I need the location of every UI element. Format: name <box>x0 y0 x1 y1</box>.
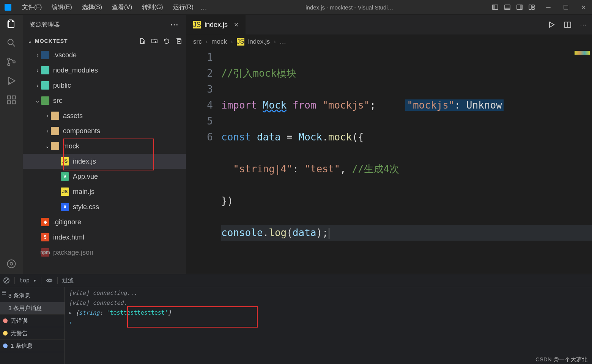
remote-icon[interactable] <box>6 258 17 269</box>
breadcrumb[interactable]: src› mock› JS index.js› … <box>186 35 592 49</box>
collapse-all-icon[interactable] <box>175 38 182 44</box>
file-icon <box>41 51 49 59</box>
status-dot <box>3 331 8 336</box>
tree-row[interactable]: VApp.vue <box>23 169 186 184</box>
explorer-header: 资源管理器 ⋯ <box>23 15 186 35</box>
tree-row[interactable]: 5index.html <box>23 230 186 245</box>
file-icon: JS <box>61 157 69 165</box>
code-editor[interactable]: 123456 //引入mock模块 import Mock from "mock… <box>186 49 592 274</box>
run-debug-icon[interactable] <box>6 76 17 86</box>
chevron-icon: ⌄ <box>44 143 51 149</box>
breadcrumb-item[interactable]: … <box>280 38 286 46</box>
minimize-button[interactable]: ─ <box>540 0 557 14</box>
layout-custom-icon[interactable] <box>528 4 535 11</box>
svg-rect-15 <box>8 101 11 104</box>
menu-overflow[interactable]: … <box>200 3 207 11</box>
devtools-filter-row[interactable]: 3 条消息 <box>0 290 65 302</box>
tree-row[interactable]: ⌄src <box>23 93 186 108</box>
extensions-icon[interactable] <box>6 95 17 105</box>
window-controls: ─ ☐ ✕ <box>540 0 592 14</box>
devtools-filter-row[interactable]: 无错误 <box>0 315 65 327</box>
svg-rect-8 <box>532 8 534 9</box>
tree-row[interactable]: ›node_modules <box>23 63 186 78</box>
file-icon <box>51 127 59 135</box>
run-file-icon[interactable] <box>548 21 556 28</box>
credit-text: CSDN @一个大萝北 <box>535 356 587 363</box>
eye-icon[interactable] <box>46 277 53 284</box>
new-folder-icon[interactable] <box>151 38 158 44</box>
layout-primary-icon[interactable] <box>492 4 499 11</box>
breadcrumb-item[interactable]: mock <box>211 38 227 46</box>
editor-area: JS index.js ✕ ⋯ src› mock› JS index.js› … <box>186 15 592 274</box>
svg-rect-14 <box>8 96 11 99</box>
tree-row[interactable]: JSindex.js <box>23 154 186 169</box>
svg-point-12 <box>13 61 15 63</box>
split-editor-icon[interactable] <box>564 21 572 28</box>
main-menu: 文件(F)编辑(E)选择(S)查看(V)转到(G)运行(R) <box>17 2 198 13</box>
menu-item[interactable]: 编辑(E) <box>47 2 76 13</box>
explorer-more-icon[interactable]: ⋯ <box>170 20 179 30</box>
svg-point-9 <box>8 39 13 45</box>
tree-row[interactable]: ⌄mock <box>23 139 186 154</box>
chevron-icon: › <box>44 113 51 119</box>
console-line: [vite] connecting... <box>69 290 137 296</box>
svg-rect-16 <box>12 101 15 104</box>
menu-item[interactable]: 选择(S) <box>77 2 107 13</box>
explorer-icon[interactable] <box>6 19 17 29</box>
refresh-icon[interactable] <box>163 38 170 44</box>
svg-point-23 <box>49 280 50 281</box>
new-file-icon[interactable] <box>139 38 146 44</box>
menu-item[interactable]: 查看(V) <box>107 2 137 13</box>
tree-label: mock <box>63 142 79 150</box>
file-tree[interactable]: ›.vscode›node_modules›public⌄src›assets›… <box>23 47 186 274</box>
editor-actions: ⋯ <box>548 15 592 35</box>
file-icon: # <box>61 203 69 211</box>
tab-close-icon[interactable]: ✕ <box>234 21 239 28</box>
code-content[interactable]: //引入mock模块 import Mock from "mockjs"; "m… <box>221 49 592 274</box>
clear-console-icon[interactable] <box>3 277 10 284</box>
breadcrumb-item[interactable]: src <box>193 38 202 46</box>
maximize-button[interactable]: ☐ <box>557 0 575 14</box>
breadcrumb-item[interactable]: index.js <box>248 38 270 46</box>
tree-row[interactable]: JSmain.js <box>23 184 186 199</box>
hamburger-icon[interactable] <box>1 290 7 296</box>
devtools-filter-row[interactable]: 无警告 <box>0 327 65 340</box>
tab-index-js[interactable]: JS index.js ✕ <box>186 15 246 35</box>
tree-label: src <box>53 97 62 105</box>
tree-row[interactable]: ›public <box>23 78 186 93</box>
source-control-icon[interactable] <box>6 57 17 67</box>
menu-item[interactable]: 运行(R) <box>168 2 198 13</box>
menu-item[interactable]: 转到(G) <box>137 2 167 13</box>
tree-label: components <box>63 127 100 135</box>
tree-row[interactable]: #style.css <box>23 199 186 214</box>
layout-secondary-icon[interactable] <box>516 4 523 11</box>
tree-row[interactable]: ›components <box>23 123 186 139</box>
close-button[interactable]: ✕ <box>575 0 592 14</box>
line-gutter: 123456 <box>186 49 221 274</box>
devtools-sidebar[interactable]: 3 条消息3 条用户消息无错误无警告1 条信息 <box>0 287 65 364</box>
filter-input[interactable]: 过滤 <box>62 277 74 284</box>
layout-controls[interactable] <box>492 4 535 11</box>
line-number: 3 <box>186 81 213 97</box>
search-icon[interactable] <box>6 38 17 48</box>
svg-point-19 <box>10 263 13 265</box>
tree-row[interactable]: npmpackage.json <box>23 245 186 260</box>
console-line: [vite] connected. <box>69 299 127 306</box>
devtools-filter-row[interactable]: 1 条信息 <box>0 340 65 352</box>
tree-label: main.js <box>73 188 94 196</box>
explorer-section[interactable]: ⌄ MOCKTEST <box>23 35 186 47</box>
filter-label: 3 条用户消息 <box>8 305 42 312</box>
minimap[interactable] <box>575 51 590 55</box>
tree-row[interactable]: ›.vscode <box>23 47 186 63</box>
devtools-panel: top ▾ 过滤 3 条消息3 条用户消息无错误无警告1 条信息 [vite] … <box>0 274 592 364</box>
tree-label: assets <box>63 112 83 120</box>
menu-item[interactable]: 文件(F) <box>17 2 46 13</box>
tree-row[interactable]: ›assets <box>23 108 186 123</box>
tree-row[interactable]: ◆.gitignore <box>23 214 186 230</box>
devtools-console[interactable]: [vite] connecting... [vite] connected. ▸… <box>65 287 592 364</box>
context-selector[interactable]: top ▾ <box>19 277 36 284</box>
devtools-filter-row[interactable]: 3 条用户消息 <box>0 302 65 315</box>
layout-panel-icon[interactable] <box>504 4 511 11</box>
console-object[interactable]: ▸ {string: 'testtesttesttest'} <box>69 309 588 319</box>
editor-more-icon[interactable]: ⋯ <box>580 20 587 29</box>
